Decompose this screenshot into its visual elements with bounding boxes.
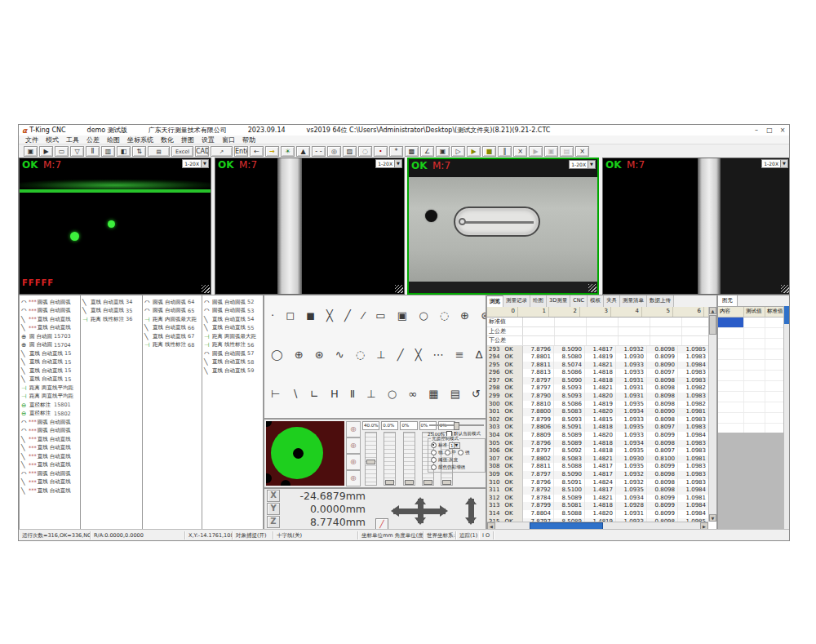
table-tab[interactable]: 模板 (588, 295, 604, 307)
toolbar-button[interactable]: ☀ (281, 146, 295, 157)
list-item[interactable]: ◠ 圆弧 自动圆弧 64 (143, 298, 202, 307)
light-slider-2[interactable]: 0.0% (381, 421, 398, 486)
table-tab[interactable]: CNC (570, 295, 588, 307)
element-scrollbar[interactable] (783, 306, 790, 531)
menu-item[interactable]: 文件 (25, 135, 38, 144)
list-item[interactable]: ╲ 直线 自动直线 15 (20, 349, 80, 358)
toolbar-button[interactable]: ◧ (117, 146, 131, 157)
camera-view-4[interactable]: OK M:7 1-20X ▼ (602, 158, 790, 295)
column-header[interactable]: 6 (673, 307, 704, 317)
list-item[interactable]: ╲ *** 直线 自动直线 (20, 478, 80, 487)
element-row-selected[interactable] (718, 318, 790, 328)
camera4-lens-select[interactable]: 1-20X ▼ (761, 159, 788, 168)
toolbar-button[interactable]: ▶ (467, 146, 481, 157)
camera-view-2[interactable]: OK M:7 1-20X ▼ (215, 158, 405, 295)
resize-grip-icon[interactable] (588, 284, 596, 292)
mode-weak-radio[interactable] (431, 450, 437, 455)
list-item[interactable]: ◠ *** 圆弧 自动圆弧 (20, 427, 80, 436)
list-item[interactable]: ╲ *** 直线 自动直线 (20, 324, 80, 333)
element-row[interactable] (718, 328, 790, 339)
light-slider-3[interactable]: 0% (400, 421, 417, 486)
toolbar-button[interactable]: × (575, 146, 589, 157)
list-item[interactable]: ╲ *** 直线 自动直线 (20, 315, 80, 324)
table-tab[interactable]: 绘图 (530, 295, 547, 307)
table-row[interactable]: 313OK 7.8799 8.5081 1.4818 1.0928 0.8099… (487, 502, 708, 510)
toolbar-button[interactable]: ◎ (327, 146, 341, 157)
table-row[interactable]: 309OK 7.8797 8.5090 1.4817 1.0932 0.8098… (487, 471, 708, 479)
table-tab[interactable]: 3D测量 (547, 295, 570, 307)
list-item[interactable]: ⊕ 圆 自动圆 15703 (20, 332, 80, 341)
menu-item[interactable]: 设置 (202, 135, 215, 144)
toolbar-button[interactable]: ⇅ (132, 146, 146, 157)
element-row[interactable] (718, 413, 790, 424)
chevron-down-icon[interactable]: ▼ (201, 160, 208, 167)
chevron-down-icon[interactable]: ▼ (780, 160, 787, 167)
jog-z-arrows[interactable] (468, 499, 474, 523)
list-item[interactable]: ╲ 直线 自动直线 15 (20, 375, 80, 384)
list-item[interactable]: ◠ *** 圆弧 自动圆弧 (20, 469, 80, 478)
palette-row-2[interactable]: ◯ ⊕ ⊛ ∿ ◌ ⊥ ╱ ╳ ⋯ ≡ ∆ ≻ ◯ ⊕ ∠ A ∟ (264, 335, 486, 374)
mode-number-select[interactable]: 1▼ (449, 442, 460, 449)
toolbar-button[interactable]: ∠ (420, 146, 434, 157)
scroll-down-arrow-icon[interactable]: ▼ (709, 514, 716, 522)
table-row[interactable]: 304OK 7.8809 8.5089 1.4820 1.0933 0.8099… (487, 432, 708, 440)
toolbar-button[interactable]: · (374, 146, 388, 157)
list-item[interactable]: ╲ 直线 自动直线 15 (20, 366, 80, 375)
table-row[interactable]: 314OK 7.8804 8.5088 1.4820 1.0931 0.8099… (487, 510, 708, 518)
toolbar-button[interactable]: ▤ (560, 146, 574, 157)
list-item[interactable]: ╲ 直线 自动直线 55 (202, 324, 263, 333)
table-tab[interactable]: 浏览 (487, 295, 503, 307)
table-row[interactable]: 312OK 7.8784 8.5089 1.4821 1.0934 0.8099… (487, 495, 708, 503)
slider-thumb[interactable] (405, 480, 414, 485)
element-row[interactable] (718, 381, 790, 392)
table-row[interactable]: 298OK 7.8797 8.5093 1.4821 1.0931 0.8098… (487, 384, 708, 393)
list-item[interactable]: ⊣ 距离 两直线平均距 (20, 384, 80, 393)
toolbar-button[interactable]: * (389, 146, 403, 157)
slider-thumb[interactable] (366, 460, 375, 464)
resize-grip-icon[interactable] (781, 285, 789, 293)
mode-falsecolor-radio[interactable] (431, 464, 437, 470)
list-item[interactable]: ⊣ 距离 线性标注 36 (81, 315, 142, 324)
toolbar-button[interactable]: ▲ (296, 146, 310, 157)
camera2-lens-select[interactable]: 1-20X ▼ (375, 159, 402, 168)
resize-grip-icon[interactable] (395, 285, 403, 293)
table-row[interactable]: 307OK 7.8802 8.5083 1.4821 1.0930 0.8100… (487, 455, 708, 464)
mode-standard-radio[interactable] (431, 442, 437, 448)
column-header[interactable]: 1 (518, 307, 549, 317)
table-tab[interactable]: 测量清单 (620, 295, 647, 307)
tolerance-row[interactable]: 下公差 (487, 336, 708, 346)
table-row[interactable]: 300OK 7.8810 8.5086 1.4819 1.0935 0.8098… (487, 401, 708, 409)
list-item[interactable]: ◠ *** 圆弧 自动圆弧 (20, 418, 80, 427)
toolbar-button[interactable]: ▶ (529, 146, 543, 157)
light-slider-1[interactable]: 40.0% (362, 421, 379, 486)
list-item[interactable]: ⊣ 距离 两直线平均距 (20, 393, 80, 402)
list-item[interactable]: ⊕ 圆 自动圆 15704 (20, 341, 80, 350)
palette-row-1[interactable]: · ◻ ◼ ╳ ╱ ⁄ ▭ ▣ ○ ◌ ⊕ ⊛ ⊙ ↻ ⊕ ⊗ ◠ (264, 295, 486, 335)
list-item[interactable]: ╲ 直线 自动直线 58 (202, 358, 263, 367)
tolerance-row[interactable]: 标准值 (487, 318, 708, 327)
toolbar-button[interactable]: × (513, 146, 527, 157)
palette-row-3[interactable]: ⊢ ∖ ∟ H Ⅱ ⊥ ○ ∞ ▦ ▤ ↺ □ × ▦ ∠ ∠ ∠ (264, 374, 486, 413)
table-tab[interactable]: 测量记录 (503, 295, 530, 307)
menu-item[interactable]: 绘图 (107, 135, 120, 144)
list-item[interactable]: ◠ *** 圆弧 自动圆弧 (20, 307, 80, 316)
toolbar-button[interactable]: → (265, 146, 279, 157)
table-row[interactable]: 310OK 7.8796 8.5091 1.4824 1.0932 0.8098… (487, 479, 708, 487)
table-row[interactable]: 299OK 7.8790 8.5093 1.4820 1.0931 0.8098… (487, 393, 708, 401)
table-row[interactable]: 303OK 7.8806 8.5091 1.4818 1.0935 0.8097… (487, 424, 708, 432)
toolbar-button[interactable]: - - (312, 146, 326, 157)
table-tab[interactable]: 夹具 (604, 295, 620, 307)
list-item[interactable]: ⊣ 距离 两圆弧最大距 (202, 332, 263, 341)
list-item[interactable]: ╲ *** 直线 自动直线 (20, 452, 80, 461)
mode-mid-radio[interactable] (445, 450, 450, 455)
resize-grip-icon[interactable] (202, 285, 210, 293)
table-row[interactable]: 297OK 7.8797 8.5090 1.4818 1.0931 0.8098… (487, 377, 708, 385)
menu-item[interactable]: 帮助 (242, 135, 255, 144)
list-item[interactable]: ╲ 直线 自动直线 67 (143, 332, 202, 341)
table-row[interactable]: 301OK 7.8800 8.5083 1.4820 1.0934 0.8090… (487, 408, 708, 416)
table-row[interactable]: 295OK 7.8811 8.5074 1.4821 1.0933 0.8090… (487, 362, 708, 370)
element-tab[interactable]: 图元 (718, 295, 738, 306)
ring-segment-button[interactable]: ◎ (346, 454, 361, 470)
toolbar-button[interactable]: ▨ (343, 146, 357, 157)
list-item[interactable]: ╲ 直线 自动直线 66 (143, 324, 202, 333)
